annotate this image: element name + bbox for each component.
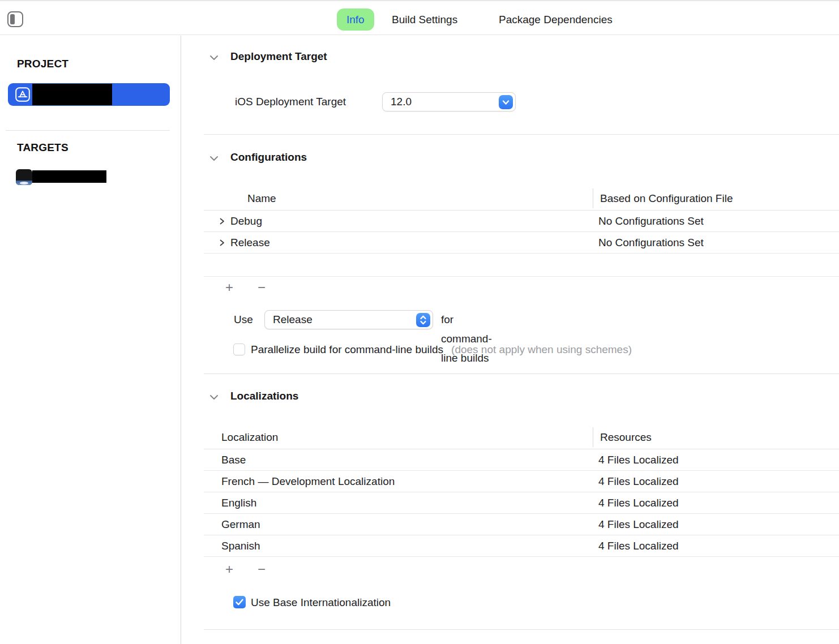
section-divider bbox=[204, 629, 839, 630]
project-navigator-sidebar: PROJECT TARGETS bbox=[0, 36, 181, 644]
tab-build-settings[interactable]: Build Settings bbox=[382, 8, 467, 31]
column-header-localization: Localization bbox=[221, 426, 278, 449]
app-store-icon bbox=[15, 87, 30, 102]
sidebar-divider bbox=[6, 130, 170, 131]
chevron-right-icon[interactable] bbox=[218, 217, 226, 225]
localization-name: Base bbox=[221, 449, 246, 471]
editor-top-bar: Info Build Settings Package Dependencies bbox=[0, 0, 839, 35]
column-divider[interactable] bbox=[593, 427, 593, 447]
configurations-add-remove-bar: + − bbox=[218, 279, 286, 296]
localization-resources: 4 Files Localized bbox=[598, 535, 679, 557]
localizations-table-header: Localization Resources bbox=[204, 426, 839, 449]
localization-resources: 4 Files Localized bbox=[598, 449, 679, 471]
configurations-section-title: Configurations bbox=[230, 151, 307, 164]
localization-name: German bbox=[221, 514, 260, 535]
column-divider[interactable] bbox=[593, 188, 593, 208]
localization-name: Spanish bbox=[221, 535, 260, 557]
chevron-down-icon[interactable] bbox=[499, 95, 513, 109]
localization-resources: 4 Files Localized bbox=[598, 471, 679, 492]
localization-resources: 4 Files Localized bbox=[598, 514, 679, 535]
ios-deployment-target-combobox[interactable]: 12.0 bbox=[382, 92, 516, 111]
localizations-section-title: Localizations bbox=[230, 390, 298, 402]
chevron-right-icon[interactable] bbox=[218, 239, 226, 247]
localizations-add-remove-bar: + − bbox=[218, 561, 286, 578]
column-header-name: Name bbox=[247, 187, 276, 211]
remove-localization-button[interactable]: − bbox=[252, 561, 271, 578]
table-row-english[interactable]: English 4 Files Localized bbox=[204, 492, 839, 514]
chevron-down-icon[interactable] bbox=[208, 52, 220, 63]
command-line-configuration-value: Release bbox=[273, 311, 313, 329]
configuration-based-on: No Configurations Set bbox=[598, 232, 704, 254]
redacted-target-name bbox=[32, 170, 106, 183]
chevron-down-icon[interactable] bbox=[208, 392, 220, 403]
project-section-header: PROJECT bbox=[17, 58, 69, 70]
configuration-name: Debug bbox=[230, 211, 262, 232]
deployment-target-section-title: Deployment Target bbox=[230, 50, 327, 63]
table-empty-row bbox=[204, 254, 839, 277]
add-localization-button[interactable]: + bbox=[220, 561, 239, 578]
redacted-project-name bbox=[32, 84, 112, 105]
section-divider bbox=[204, 373, 839, 374]
sidebar-toggle-icon[interactable] bbox=[7, 11, 24, 28]
localization-resources: 4 Files Localized bbox=[598, 492, 679, 514]
table-row-spanish[interactable]: Spanish 4 Files Localized bbox=[204, 535, 839, 557]
localization-name: English bbox=[221, 492, 256, 514]
ios-deployment-target-value: 12.0 bbox=[391, 93, 412, 111]
for-command-line-builds-label: for command-line builds bbox=[441, 310, 492, 368]
use-label: Use bbox=[234, 310, 253, 329]
parallelize-build-checkbox[interactable] bbox=[233, 344, 245, 355]
tab-info[interactable]: Info bbox=[337, 8, 374, 31]
remove-configuration-button[interactable]: − bbox=[252, 279, 271, 296]
command-line-configuration-popup[interactable]: Release bbox=[264, 310, 433, 329]
target-app-icon bbox=[16, 169, 32, 185]
table-row-base[interactable]: Base 4 Files Localized bbox=[204, 449, 839, 471]
table-row-german[interactable]: German 4 Files Localized bbox=[204, 514, 839, 535]
column-header-based-on: Based on Configuration File bbox=[600, 187, 733, 211]
ios-deployment-target-label: iOS Deployment Target bbox=[235, 92, 346, 111]
column-header-resources: Resources bbox=[600, 426, 652, 449]
localization-name: French — Development Localization bbox=[221, 471, 395, 492]
parallelize-build-label: Parallelize build for command-line build… bbox=[251, 343, 632, 356]
sidebar-item-target[interactable] bbox=[16, 169, 152, 185]
section-divider bbox=[204, 134, 839, 135]
stepper-up-down-icon[interactable] bbox=[416, 313, 430, 327]
configuration-based-on: No Configurations Set bbox=[598, 211, 704, 232]
table-row-debug[interactable]: Debug No Configurations Set bbox=[204, 211, 839, 232]
configurations-table: Name Based on Configuration File Debug N… bbox=[204, 187, 839, 277]
localizations-table: Localization Resources Base 4 Files Loca… bbox=[204, 426, 839, 557]
parallelize-note: (does not apply when using schemes) bbox=[451, 344, 632, 355]
add-configuration-button[interactable]: + bbox=[220, 279, 239, 296]
table-row-french[interactable]: French — Development Localization 4 File… bbox=[204, 471, 839, 492]
table-row-release[interactable]: Release No Configurations Set bbox=[204, 232, 839, 254]
sidebar-item-project[interactable] bbox=[8, 83, 170, 106]
xcode-project-editor: Info Build Settings Package Dependencies… bbox=[0, 0, 839, 644]
tab-package-dependencies[interactable]: Package Dependencies bbox=[489, 8, 622, 31]
chevron-down-icon[interactable] bbox=[208, 153, 220, 164]
configurations-table-header: Name Based on Configuration File bbox=[204, 187, 839, 211]
targets-section-header: TARGETS bbox=[17, 141, 69, 154]
info-editor-pane: Deployment Target iOS Deployment Target … bbox=[181, 36, 839, 644]
base-internationalization-checkbox[interactable] bbox=[233, 596, 246, 608]
configuration-name: Release bbox=[230, 232, 270, 254]
base-internationalization-label: Use Base Internationalization bbox=[251, 596, 391, 609]
